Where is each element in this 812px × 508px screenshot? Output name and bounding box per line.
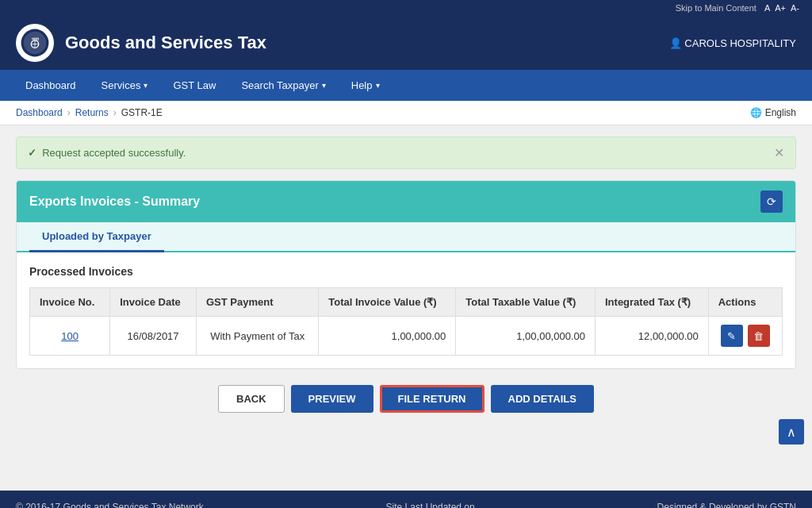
- add-details-button[interactable]: ADD DETAILS: [491, 385, 594, 413]
- invoice-date-cell: 16/08/2017: [110, 317, 197, 356]
- nav-bar: Dashboard Services ▾ GST Law Search Taxp…: [0, 70, 812, 101]
- back-button[interactable]: BACK: [218, 385, 285, 413]
- footer-last-updated: Site Last Updated on: [386, 502, 475, 508]
- col-total-taxable-value: Total Taxable Value (₹): [456, 288, 596, 317]
- services-arrow-icon: ▾: [144, 81, 147, 90]
- breadcrumb-dashboard[interactable]: Dashboard: [16, 107, 63, 118]
- card-header: Exports Invoices - Summary ⟳: [17, 181, 795, 222]
- col-actions: Actions: [708, 288, 782, 317]
- table-section: Processed Invoices Invoice No. Invoice D…: [17, 252, 795, 368]
- action-icons: ✎ 🗑: [718, 325, 772, 347]
- success-alert: ✓ Request accepted successfully. ✕: [16, 137, 796, 169]
- breadcrumb-sep-1: ›: [67, 107, 71, 118]
- help-arrow-icon: ▾: [376, 81, 380, 90]
- breadcrumb-returns[interactable]: Returns: [75, 107, 109, 118]
- invoices-table: Invoice No. Invoice Date GST Payment Tot…: [29, 287, 783, 356]
- exports-invoices-card: Exports Invoices - Summary ⟳ Uploaded by…: [16, 180, 796, 369]
- breadcrumb: Dashboard › Returns › GSTR-1E: [16, 107, 163, 118]
- font-normal-btn[interactable]: A: [764, 3, 770, 13]
- alert-message: ✓ Request accepted successfully.: [28, 147, 186, 159]
- table-header-row: Invoice No. Invoice Date GST Payment Tot…: [30, 288, 783, 317]
- col-integrated-tax: Integrated Tax (₹): [596, 288, 709, 317]
- total-invoice-value-cell: 1,00,000.00: [319, 317, 456, 356]
- alert-close-button[interactable]: ✕: [774, 145, 784, 160]
- integrated-tax-cell: 12,00,000.00: [596, 317, 709, 356]
- total-taxable-value-cell: 1,00,00,000.00: [456, 317, 596, 356]
- footer-main: © 2016-17 Goods and Services Tax Network…: [0, 491, 812, 508]
- nav-search-taxpayer[interactable]: Search Taxpayer ▾: [228, 70, 338, 101]
- user-menu[interactable]: CAROLS HOSPITALITY: [669, 37, 796, 49]
- alert-icon: ✓: [28, 147, 36, 159]
- font-larger-btn[interactable]: A+: [775, 3, 786, 13]
- nav-services[interactable]: Services ▾: [89, 70, 161, 101]
- site-header: भारत Goods and Services Tax CAROLS HOSPI…: [0, 16, 812, 70]
- delete-button[interactable]: 🗑: [748, 325, 770, 347]
- nav-dashboard[interactable]: Dashboard: [13, 70, 89, 101]
- breadcrumb-sep-2: ›: [113, 107, 117, 118]
- gst-payment-cell: With Payment of Tax: [197, 317, 319, 356]
- header-left: भारत Goods and Services Tax: [16, 24, 266, 62]
- language-selector[interactable]: 🌐 English: [750, 107, 796, 118]
- card-title: Exports Invoices - Summary: [29, 194, 200, 209]
- main-content: ✓ Request accepted successfully. ✕ Expor…: [0, 125, 812, 483]
- nav-help[interactable]: Help ▾: [339, 70, 393, 101]
- skip-link[interactable]: Skip to Main Content: [676, 3, 756, 13]
- table-row: 100 16/08/2017 With Payment of Tax 1,00,…: [30, 317, 783, 356]
- refresh-button[interactable]: ⟳: [760, 190, 783, 213]
- actions-cell: ✎ 🗑: [708, 317, 782, 356]
- file-return-button[interactable]: FILE RETURN: [380, 385, 485, 413]
- col-invoice-date: Invoice Date: [110, 288, 197, 317]
- scroll-to-top-button[interactable]: ∧: [779, 419, 804, 444]
- search-taxpayer-arrow-icon: ▾: [322, 81, 326, 90]
- card-tabs: Uploaded by Taxpayer: [17, 222, 795, 252]
- breadcrumb-bar: Dashboard › Returns › GSTR-1E 🌐 English: [0, 101, 812, 125]
- processed-invoices-title: Processed Invoices: [29, 265, 783, 278]
- nav-gst-law[interactable]: GST Law: [160, 70, 228, 101]
- col-total-invoice-value: Total Invoice Value (₹): [319, 288, 456, 317]
- font-smaller-btn[interactable]: A-: [791, 3, 799, 13]
- col-gst-payment: GST Payment: [197, 288, 319, 317]
- col-invoice-no: Invoice No.: [30, 288, 110, 317]
- preview-button[interactable]: PREVIEW: [291, 385, 373, 413]
- action-bar: BACK PREVIEW FILE RETURN ADD DETAILS: [16, 369, 796, 421]
- breadcrumb-current: GSTR-1E: [121, 107, 163, 118]
- site-logo: भारत: [16, 24, 54, 62]
- invoice-no-cell[interactable]: 100: [30, 317, 110, 356]
- footer-developed-by: Designed & Developed by GSTN: [657, 502, 796, 508]
- site-title: Goods and Services Tax: [65, 33, 266, 53]
- utility-bar: Skip to Main Content A A+ A-: [0, 0, 812, 16]
- tab-uploaded-by-taxpayer[interactable]: Uploaded by Taxpayer: [29, 222, 164, 252]
- edit-button[interactable]: ✎: [721, 325, 743, 347]
- footer-copyright: © 2016-17 Goods and Services Tax Network: [16, 502, 204, 508]
- font-controls: A A+ A-: [764, 3, 799, 13]
